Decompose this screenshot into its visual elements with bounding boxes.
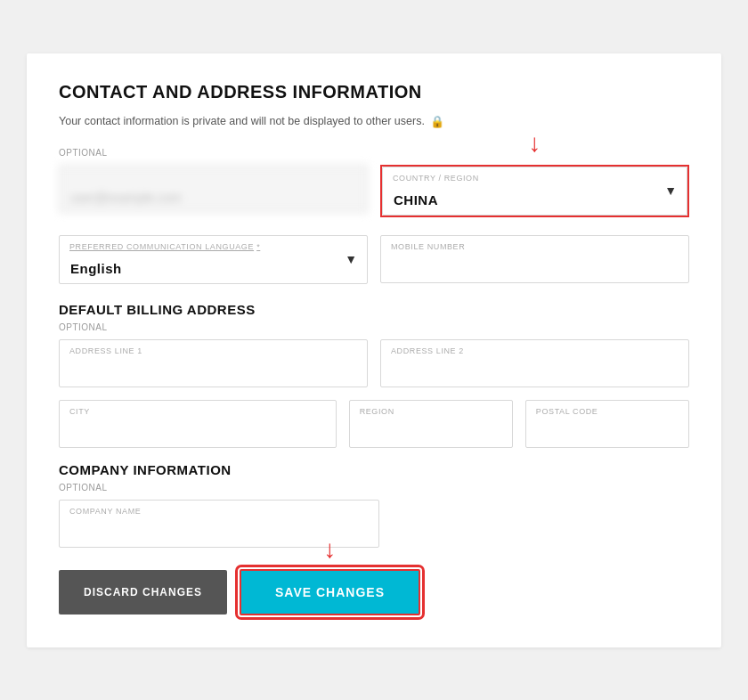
mobile-field-group: MOBILE NUMBER: [380, 235, 689, 284]
action-row: DISCARD CHANGES ↓ SAVE CHANGES: [59, 569, 689, 615]
postal-code-field-group: POSTAL CODE: [525, 400, 689, 448]
save-changes-button[interactable]: SAVE CHANGES: [240, 569, 420, 615]
address-line2-group: ADDRESS LINE 2: [380, 339, 689, 387]
company-heading: COMPANY INFORMATION: [59, 462, 689, 477]
country-select-wrapper: COUNTRY / REGION CHINA United States Uni…: [380, 165, 689, 217]
country-region-field-group: ↓ COUNTRY / REGION CHINA United States U…: [380, 165, 689, 217]
language-select[interactable]: English Chinese Spanish French German: [59, 235, 368, 284]
country-region-select[interactable]: CHINA United States United Kingdom Germa…: [382, 167, 687, 216]
city-field-group: CITY: [59, 400, 337, 448]
page-title: CONTACT AND ADDRESS INFORMATION: [59, 82, 689, 102]
language-select-wrapper: PREFERRED COMMUNICATION LANGUAGE * Engli…: [59, 235, 368, 284]
company-optional-label: OPTIONAL: [59, 483, 689, 492]
address-line1-group: ADDRESS LINE 1: [59, 339, 368, 387]
email-field-group: EMAIL ADDRESS: [59, 165, 368, 217]
company-name-row: COMPANY NAME: [59, 500, 689, 548]
email-input[interactable]: [59, 165, 368, 213]
postal-code-input[interactable]: [525, 400, 689, 448]
language-mobile-row: PREFERRED COMMUNICATION LANGUAGE * Engli…: [59, 235, 689, 284]
region-input[interactable]: [349, 400, 513, 448]
city-input[interactable]: [59, 400, 337, 448]
optional-label-contact: OPTIONAL: [59, 148, 689, 158]
lock-icon: 🔒: [430, 115, 444, 128]
email-country-row: EMAIL ADDRESS ↓ COUNTRY / REGION CHINA U…: [59, 165, 689, 217]
address-line2-input[interactable]: [380, 339, 689, 387]
contact-address-form: CONTACT AND ADDRESS INFORMATION Your con…: [27, 53, 721, 647]
city-region-postal-row: CITY REGION POSTAL CODE: [59, 400, 689, 448]
mobile-input[interactable]: [380, 235, 689, 283]
address-lines-row: ADDRESS LINE 1 ADDRESS LINE 2: [59, 339, 689, 387]
billing-heading: DEFAULT BILLING ADDRESS: [59, 302, 689, 317]
save-arrow-indicator: ↓: [324, 537, 337, 562]
billing-optional-label: OPTIONAL: [59, 322, 689, 332]
country-arrow-indicator: ↓: [529, 131, 541, 156]
address-line1-input[interactable]: [59, 339, 368, 387]
language-field-group: PREFERRED COMMUNICATION LANGUAGE * Engli…: [59, 235, 368, 284]
discard-changes-button[interactable]: DISCARD CHANGES: [59, 570, 227, 615]
privacy-note: Your contact information is private and …: [59, 115, 689, 128]
region-field-group: REGION: [349, 400, 513, 448]
save-btn-container: ↓ SAVE CHANGES: [240, 569, 420, 615]
